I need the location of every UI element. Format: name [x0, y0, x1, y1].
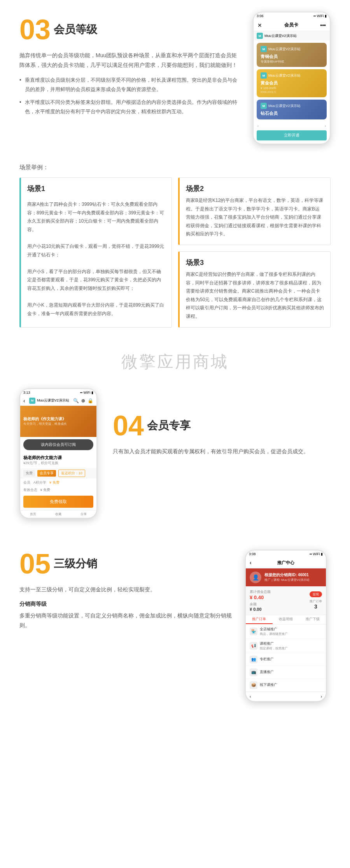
- section-05-content: 05 三级分销 支持一至三级分销，可自定义佣金比例，轻松实现裂变。 分销商等级 …: [19, 550, 233, 636]
- commission-section: 累计佣金总额 ¥ 0.40 余额 ¥ 0.00 提现 推广订单 3: [246, 586, 326, 615]
- bronze-card-inner: M Muu云课堂V2演示站 青铜会员 专属青铜VIP特权: [257, 43, 327, 67]
- promo-item-5-name: 线下课推广: [260, 682, 277, 687]
- commission-amount: ¥ 0.40: [250, 594, 306, 600]
- section-04-desc: 只有加入会员才能购买观看的专属权利，有效引导用户购买会员，促进会员成交。: [113, 447, 331, 456]
- scenario-box-3: 场景3 商家C是经营知识付费的平台商家，做了很多专栏和系列课的内容，同时平台还招…: [178, 251, 331, 328]
- store-icon: 🏪: [250, 628, 257, 635]
- tab-share: 分享: [71, 510, 96, 518]
- diamond-card-name: 钻石会员: [261, 110, 323, 116]
- bronze-site: Muu云课堂V2演示站: [268, 47, 301, 52]
- profile-avatar: 👤: [250, 572, 261, 583]
- balance-amount: ¥ 0.00: [250, 607, 306, 612]
- scenario-3-title: 场景3: [186, 258, 324, 267]
- phone-04-course-info: 杨老师的作文能力课 ¥29元/节，积分可兑换: [20, 452, 96, 468]
- promo-item-3-info: 专栏推广: [260, 657, 274, 662]
- gold-card-name: 黄金会员: [261, 80, 323, 86]
- promo-item-5-info: 线下课推广: [260, 682, 277, 687]
- signal-04: ▪▪ WiFi ▮: [80, 391, 93, 395]
- profile-info: 根据您的分销商ID: 46001 推广 | 课程: Muu云课堂V2演示站: [264, 572, 310, 582]
- tab-collect: 收藏: [46, 510, 71, 518]
- phone-04-collab: 有效合态 ¥ 免费: [20, 487, 96, 493]
- gold-logo: M: [261, 72, 267, 79]
- weiqin-title-section: 微擎应用商城: [0, 335, 350, 381]
- section-03-title: 会员等级: [54, 22, 97, 37]
- time-05: 3:08: [249, 552, 256, 556]
- member-label-row: 会员: [23, 480, 30, 485]
- phone-04-wrapper: 3:13 ▪▪ WiFi ▮ ‹ M Muu云课堂V2演示站 🔍 ⊕ 🔒 杨老师…: [19, 388, 101, 519]
- commission-right: 提现 推广订单 3: [310, 589, 322, 612]
- phone-04-banner-sub: 今天学习，明天受益，终身成长: [23, 422, 93, 426]
- promo-tab-income[interactable]: 收益明细: [273, 615, 299, 624]
- withdraw-btn[interactable]: 提现: [310, 591, 322, 597]
- more-icon: •••: [320, 22, 326, 28]
- promo-item-3: 👥 专栏推广: [246, 653, 326, 666]
- gold-price: ¥ 199.00/年: [261, 86, 323, 90]
- phone-04-banner-content: 杨老师的《作文能力课》 今天学习，明天受益，终身成长: [20, 406, 96, 437]
- scenario-box-2: 场景2 商家B是经营K12的平台商家，平台有语文，数学，英语，科学等课程。于是推…: [178, 177, 331, 245]
- section-04-title-row: 04 会员专享: [113, 412, 331, 440]
- phone-mockup-03: 3:06 ▪▪ WiFi ▮ ✕ 会员卡 ••• M Muu云课堂V2演示站 M…: [253, 12, 331, 144]
- phone-05-title: 推广中心: [277, 560, 294, 566]
- close-icon: ✕: [257, 22, 262, 28]
- phone-04-cta[interactable]: 免费领取: [23, 496, 93, 508]
- section-03-number: 03: [19, 16, 51, 44]
- gold-site: Muu云课堂V2演示站: [268, 73, 301, 78]
- section-05-desc: 支持一至三级分销，可自定义佣金比例，轻松实现裂变。: [19, 585, 233, 594]
- promo-item-1: 🏪 全店铺推广 商品，课程随意推广: [246, 624, 326, 639]
- promo-tab-orders[interactable]: 推广订单: [246, 615, 273, 624]
- balance-label: 余额: [250, 602, 306, 607]
- tab-home: 首页: [20, 510, 46, 518]
- section-05-subdesc: 多重分销商等级功能设置，可自定义分销商名称，佣金加成比例，横纵向随意定制分销规则…: [19, 611, 233, 630]
- scenario-box-1: 场景1 商家A推出了四种会员卡：3999钻石卡：可永久免费观看全部内容；899元…: [19, 177, 172, 328]
- offline-icon: 📦: [250, 681, 257, 689]
- section-05: 05 三级分销 支持一至三级分销，可自定义佣金比例，轻松实现裂变。 分销商等级 …: [0, 534, 350, 714]
- phone-04-course-name: 杨老师的《作文能力课》: [23, 416, 93, 422]
- diamond-card: M Muu云课堂V2演示站 钻石会员: [257, 100, 327, 119]
- section-05-title-row: 05 三级分销: [19, 550, 233, 578]
- phone-04-meta: 会员 A积分学 ¥ 免费: [20, 479, 96, 487]
- status-bar-04: 3:13 ▪▪ WiFi ▮: [20, 389, 96, 396]
- weiqin-title: 微擎应用商城: [0, 351, 350, 373]
- scenario-label: 场景举例：: [19, 164, 331, 171]
- commission-label: 累计佣金总额: [250, 589, 306, 594]
- scenario-1-text: 商家A推出了四种会员卡：3999钻石卡：可永久免费观看全部内容；899元黄金卡：…: [27, 200, 165, 318]
- phone-body-03: M Muu云课堂V2演示站 青铜会员 专属青铜VIP特权 M Muu云课堂V2演…: [254, 43, 330, 140]
- section-04: 3:13 ▪▪ WiFi ▮ ‹ M Muu云课堂V2演示站 🔍 ⊕ 🔒 杨老师…: [0, 381, 350, 534]
- member-badge: 会员专享: [37, 470, 56, 477]
- signal-icons: ▪▪ WiFi ▮: [313, 14, 327, 18]
- course-icon: 📢: [250, 642, 257, 650]
- promo-item-1-sub: 商品，课程随意推广: [260, 632, 288, 636]
- share-icon-04: ⊕: [81, 398, 85, 403]
- back-icon-04: ‹: [23, 398, 25, 404]
- section-04-right: 04 会员专享 只有加入会员才能购买观看的专属权利，有效引导用户购买会员，促进会…: [113, 388, 331, 462]
- order-info: 推广订单 3: [310, 599, 322, 610]
- phone-04-tabs: 首页 收藏 分享: [20, 510, 96, 518]
- scenario-2-text: 商家B是经营K12的平台商家，平台有语文，数学，英语，科学等课程。于是推出了语文…: [186, 196, 324, 238]
- time-03: 3:06: [257, 14, 264, 18]
- section-04-number: 04: [113, 412, 144, 440]
- section-05-number: 05: [19, 550, 51, 578]
- signal-05: ▪▪ WiFi ▮: [310, 552, 323, 556]
- free-row: ¥ 免费: [49, 480, 60, 485]
- points-badge: 返还积分：10: [58, 470, 85, 477]
- phone-04-banner: 杨老师的《作文能力课》 今天学习，明天受益，终身成长: [20, 406, 96, 437]
- member-only-overlay: 该内容仅会员可订阅: [23, 439, 93, 450]
- diamond-site: Muu云课堂V2演示站: [268, 103, 301, 109]
- phone-04-icons: 🔍 ⊕ 🔒: [73, 398, 93, 403]
- section-04-title: 会员专享: [147, 418, 191, 433]
- prev-arrow: ‹: [250, 694, 251, 699]
- profile-name: 根据您的分销商ID: 46001: [264, 572, 310, 578]
- scenario-2-title: 场景2: [186, 184, 324, 193]
- promo-item-2-info: 课程推广 指定课程，按类推广: [260, 641, 288, 651]
- promo-tab-lower[interactable]: 推广下级: [299, 615, 326, 624]
- site-name: Muu云课堂V2演示站: [264, 33, 297, 39]
- scenario-1-title: 场景1: [27, 184, 45, 196]
- section-03-bullets: 垂直维度以会员级别来分层，不同级别享受不同的价格，时长及课程范围。突出的是非会员…: [19, 75, 241, 116]
- status-bar-05: 3:08 ▪▪ WiFi ▮: [246, 551, 326, 558]
- order-count: 3: [310, 603, 322, 610]
- next-arrow: ›: [321, 694, 322, 699]
- bullet-2: 水平维度以不同分类为标签来划分群组。用户根据适合的内容分类选择会员。作为内容领域…: [19, 98, 241, 116]
- open-member-btn[interactable]: 立即开通: [257, 130, 327, 140]
- section-03-desc: 抛弃传统单一的会员等级功能，Muu团队预设各种场景，从垂直和水平两个层面打造会员…: [19, 51, 241, 70]
- order-label: 推广订单: [310, 600, 322, 603]
